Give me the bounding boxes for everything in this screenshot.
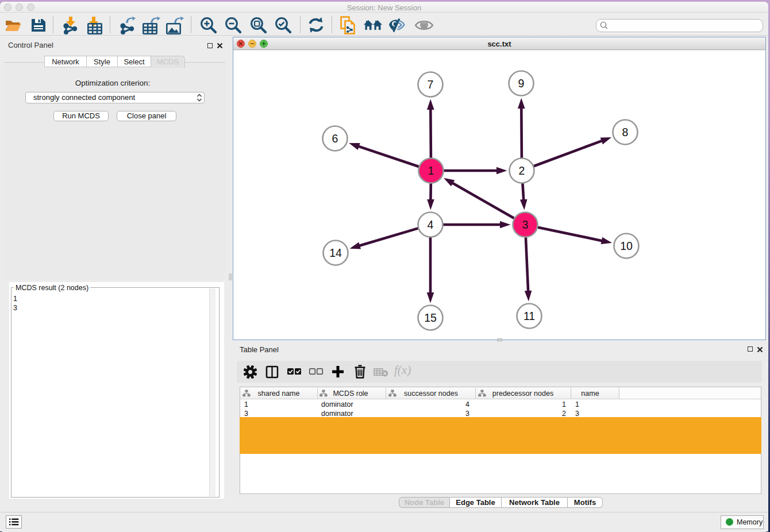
svg-text:11: 11 (523, 310, 535, 322)
svg-text:9: 9 (518, 77, 525, 90)
svg-text:2: 2 (519, 164, 525, 177)
svg-text:4: 4 (428, 218, 434, 231)
svg-text:14: 14 (329, 246, 342, 259)
svg-text:7: 7 (428, 78, 434, 91)
svg-text:1: 1 (428, 164, 434, 177)
svg-text:6: 6 (332, 132, 338, 145)
svg-text:15: 15 (424, 311, 437, 324)
svg-text:8: 8 (622, 126, 629, 138)
svg-text:3: 3 (522, 218, 529, 231)
svg-text:10: 10 (620, 240, 633, 252)
